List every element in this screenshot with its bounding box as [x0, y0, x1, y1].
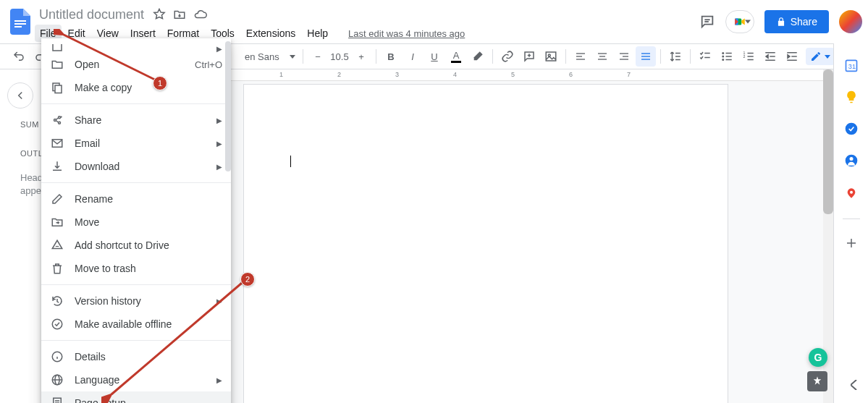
menu-item-open[interactable]: Open Ctrl+O: [41, 53, 231, 76]
svg-rect-2: [14, 26, 22, 27]
menu-item-label: Move: [75, 216, 222, 228]
menu-item-download[interactable]: Download ▶: [41, 155, 231, 178]
menu-item-label: Download: [75, 161, 206, 172]
move-icon[interactable]: [173, 8, 186, 21]
menu-item-rename[interactable]: Rename: [41, 187, 231, 211]
svg-point-49: [849, 157, 853, 161]
ruler-mark: 1: [279, 71, 283, 78]
increase-indent-button[interactable]: [782, 46, 802, 67]
grammarly-icon[interactable]: G: [809, 348, 827, 367]
insert-link-button[interactable]: [497, 46, 518, 67]
docs-logo[interactable]: [6, 7, 35, 36]
font-size-increase[interactable]: +: [351, 46, 371, 67]
insert-image-button[interactable]: [541, 46, 561, 67]
contacts-icon[interactable]: [844, 153, 859, 168]
history-icon: [50, 294, 64, 308]
bulleted-list-button[interactable]: [717, 46, 737, 67]
svg-rect-0: [14, 20, 26, 22]
globe-icon: [50, 373, 64, 387]
menu-item-offline[interactable]: Make available offline: [41, 313, 231, 336]
align-justify-button[interactable]: [636, 46, 656, 67]
underline-button[interactable]: U: [424, 46, 444, 67]
tasks-icon[interactable]: [844, 122, 859, 136]
ruler-mark: 5: [511, 71, 515, 78]
folder-icon: [50, 57, 64, 72]
summary-heading: SUM: [20, 120, 39, 129]
font-size-decrease[interactable]: −: [308, 46, 328, 67]
info-icon: [50, 349, 64, 364]
italic-button[interactable]: I: [403, 46, 423, 67]
editing-mode-button[interactable]: [806, 48, 835, 65]
menu-item-label: Open: [75, 59, 185, 70]
menu-help[interactable]: Help: [302, 25, 333, 42]
menu-item-shortcut: Ctrl+O: [195, 59, 222, 70]
menu-item-trash[interactable]: Move to trash: [41, 257, 231, 280]
document-title[interactable]: Untitled document: [35, 6, 148, 24]
side-panel-rail: 31: [833, 43, 868, 403]
maps-icon[interactable]: [846, 185, 857, 201]
line-spacing-button[interactable]: [665, 46, 686, 67]
copy-icon: [50, 80, 64, 95]
menu-item-move[interactable]: Move: [41, 211, 231, 234]
ruler-mark: 4: [453, 71, 457, 78]
pencil-icon: [50, 192, 64, 206]
svg-rect-1: [14, 23, 26, 25]
page-setup-icon: [50, 396, 64, 403]
menu-scrollbar[interactable]: [225, 38, 231, 403]
share-button[interactable]: Share: [764, 10, 829, 33]
trash-icon: [50, 261, 64, 276]
menu-item-details[interactable]: Details: [41, 345, 231, 368]
folder-move-icon: [50, 215, 64, 229]
menu-item-share[interactable]: Share ▶: [41, 109, 231, 132]
menu-item-email[interactable]: Email ▶: [41, 132, 231, 155]
menu-item-label: Version history: [75, 295, 206, 307]
menu-item-add-shortcut[interactable]: Add shortcut to Drive: [41, 234, 231, 257]
open-comments-icon[interactable]: [699, 14, 715, 30]
text-color-button[interactable]: A: [446, 46, 466, 67]
insert-comment-button[interactable]: [519, 46, 539, 67]
menu-item-make-copy[interactable]: Make a copy: [41, 76, 231, 99]
menu-item-language[interactable]: Language ▶: [41, 368, 231, 391]
star-icon[interactable]: [153, 8, 166, 21]
align-center-button[interactable]: [592, 46, 612, 67]
undo-button[interactable]: [9, 46, 29, 67]
file-menu-dropdown: ▶ Open Ctrl+O Make a copy Share ▶ Email …: [41, 38, 231, 403]
checklist-button[interactable]: [695, 46, 715, 67]
menu-item-label: Make a copy: [75, 82, 222, 93]
font-size-value[interactable]: 10.5: [329, 51, 350, 63]
align-right-button[interactable]: [614, 46, 634, 67]
menu-extensions[interactable]: Extensions: [241, 25, 300, 42]
menu-item-label: Email: [75, 137, 206, 149]
menu-item-new[interactable]: ▶: [41, 43, 231, 53]
add-addon-icon[interactable]: [845, 237, 858, 250]
font-family-select[interactable]: en Sans: [242, 51, 298, 62]
menu-item-label: Rename: [75, 193, 222, 205]
menu-item-version-history[interactable]: Version history ▶: [41, 289, 231, 313]
text-cursor: [290, 156, 291, 167]
keep-icon[interactable]: [844, 90, 859, 104]
svg-line-58: [56, 118, 59, 119]
menu-item-page-setup[interactable]: Page setup: [41, 391, 231, 403]
last-edit-link[interactable]: Last edit was 4 minutes ago: [343, 25, 470, 42]
svg-point-57: [59, 122, 61, 124]
menu-item-label: Details: [75, 351, 222, 362]
horizontal-ruler[interactable]: 1 2 3 4 5 6 7: [222, 69, 826, 81]
cloud-status-icon[interactable]: [193, 8, 208, 21]
calendar-icon[interactable]: 31: [844, 58, 859, 72]
outline-collapse-button[interactable]: [7, 82, 33, 109]
menu-item-label: Share: [75, 114, 206, 126]
svg-point-28: [722, 52, 724, 54]
decrease-indent-button[interactable]: [760, 46, 780, 67]
numbered-list-button[interactable]: 12: [738, 46, 759, 67]
bold-button[interactable]: B: [381, 46, 401, 67]
highlight-button[interactable]: [468, 46, 488, 67]
share-label: Share: [791, 16, 817, 27]
explore-button[interactable]: [807, 371, 827, 391]
meet-button[interactable]: [725, 10, 754, 33]
ruler-mark: 7: [627, 71, 631, 78]
svg-line-59: [56, 121, 59, 122]
document-page[interactable]: [243, 84, 728, 403]
align-left-button[interactable]: [570, 46, 591, 67]
side-panel-toggle[interactable]: [851, 380, 858, 390]
account-avatar[interactable]: [839, 10, 862, 33]
